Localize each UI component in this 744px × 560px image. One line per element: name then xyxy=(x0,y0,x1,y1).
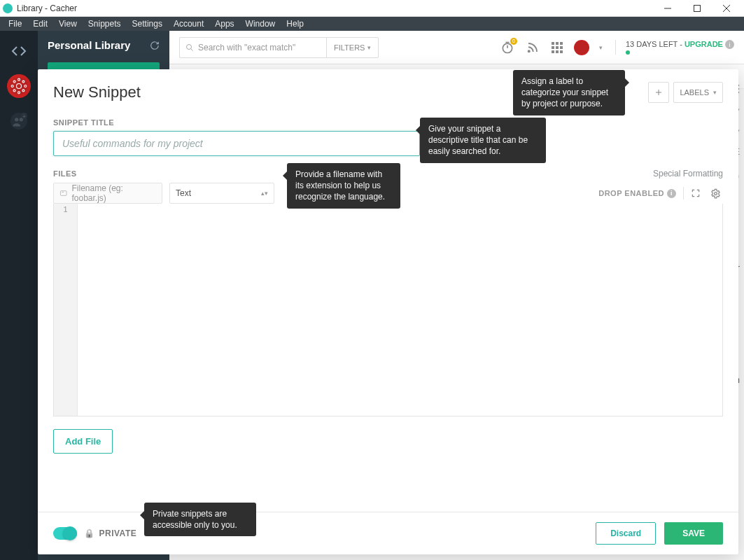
save-button[interactable]: SAVE xyxy=(664,522,723,545)
discard-button[interactable]: Discard xyxy=(596,522,656,545)
timer-icon[interactable]: 0 xyxy=(500,40,515,55)
snippet-title-input[interactable] xyxy=(53,131,420,156)
add-file-button[interactable]: Add File xyxy=(53,429,113,454)
menu-help[interactable]: Help xyxy=(281,18,309,30)
menu-snippets[interactable]: Snippets xyxy=(83,18,127,30)
svg-text:+: + xyxy=(22,113,26,120)
menu-apps[interactable]: Apps xyxy=(209,18,239,30)
language-select[interactable]: Text ▴▾ xyxy=(169,183,274,204)
svg-point-4 xyxy=(10,77,28,95)
editor-gutter: 1 xyxy=(54,204,78,416)
info-icon: i xyxy=(725,40,734,49)
refresh-icon[interactable] xyxy=(150,41,160,50)
left-rail: + xyxy=(0,31,38,560)
svg-point-21 xyxy=(503,43,512,52)
window-minimize-button[interactable] xyxy=(653,0,682,17)
menu-account[interactable]: Account xyxy=(168,18,209,30)
svg-point-38 xyxy=(715,192,717,195)
private-label: PRIVATE xyxy=(84,528,136,538)
files-section-label: FILES xyxy=(53,169,77,178)
window-titlebar: Library - Cacher xyxy=(0,0,744,17)
fullscreen-icon[interactable] xyxy=(691,188,703,198)
svg-point-15 xyxy=(15,118,18,121)
svg-rect-1 xyxy=(694,5,701,11)
code-editor[interactable]: 1 xyxy=(53,204,723,416)
filename-placeholder: Filename (eg: foobar.js) xyxy=(71,183,156,203)
menu-file[interactable]: File xyxy=(3,18,27,30)
filename-input[interactable]: Filename (eg: foobar.js) xyxy=(53,183,162,204)
svg-rect-36 xyxy=(60,191,66,196)
apps-grid-icon[interactable] xyxy=(550,41,564,55)
search-input[interactable]: Search with "exact match" xyxy=(179,37,326,58)
new-snippet-modal: New Snippet LABELS▾ SNIPPET TITLE FILES … xyxy=(38,69,738,554)
menu-settings[interactable]: Settings xyxy=(127,18,168,30)
labels-dropdown[interactable]: LABELS▾ xyxy=(673,82,723,103)
drop-enabled-toggle[interactable]: DROP ENABLED i xyxy=(598,189,676,198)
window-close-button[interactable] xyxy=(712,0,741,17)
trial-status[interactable]: 13 DAYS LEFT - UPGRADE i xyxy=(615,40,734,55)
timer-badge: 0 xyxy=(510,38,517,45)
status-dot-icon xyxy=(626,50,630,55)
search-placeholder: Search with "exact match" xyxy=(198,43,295,52)
rail-snippets-icon[interactable] xyxy=(7,39,31,63)
info-icon: i xyxy=(667,189,676,198)
menu-window[interactable]: Window xyxy=(240,18,281,30)
special-formatting-link[interactable]: Special Formatting xyxy=(653,169,723,178)
app-menubar: File Edit View Snippets Settings Account… xyxy=(0,17,744,31)
svg-point-24 xyxy=(528,50,530,52)
rss-icon[interactable] xyxy=(525,40,540,55)
svg-line-20 xyxy=(191,48,193,50)
editor-textarea[interactable] xyxy=(78,204,722,416)
window-maximize-button[interactable] xyxy=(682,0,712,17)
filters-button[interactable]: FILTERS▾ xyxy=(326,37,379,58)
modal-title: New Snippet xyxy=(53,83,141,102)
user-menu-chevron-icon[interactable]: ▾ xyxy=(599,44,603,51)
line-number: 1 xyxy=(54,204,77,214)
menu-view[interactable]: View xyxy=(53,18,83,30)
private-toggle[interactable] xyxy=(53,527,77,540)
chevron-updown-icon: ▴▾ xyxy=(261,190,268,197)
user-avatar[interactable] xyxy=(574,40,589,55)
svg-point-19 xyxy=(187,44,192,49)
app-icon xyxy=(3,4,13,13)
add-label-button[interactable] xyxy=(648,82,669,103)
rail-add-team-icon[interactable]: + xyxy=(7,109,31,133)
gear-icon[interactable] xyxy=(710,188,723,199)
svg-point-25 xyxy=(575,40,589,54)
lock-icon xyxy=(84,528,95,538)
menu-edit[interactable]: Edit xyxy=(27,18,53,30)
window-title: Library - Cacher xyxy=(17,4,77,13)
title-section-label: SNIPPET TITLE xyxy=(53,118,723,127)
sidebar-title: Personal Library xyxy=(48,39,130,51)
rail-avatar-icon[interactable] xyxy=(7,74,31,98)
